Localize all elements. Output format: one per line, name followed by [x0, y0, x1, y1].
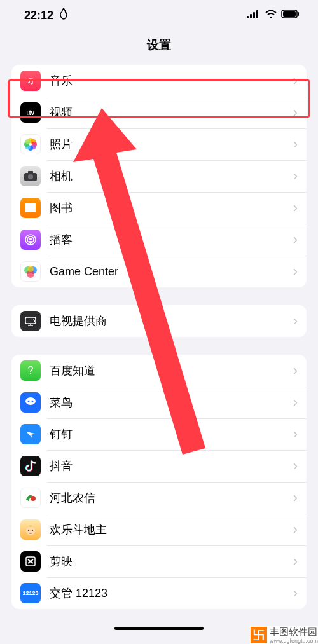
row-label: 河北农信 [50, 490, 293, 505]
svg-rect-5 [283, 11, 296, 17]
music-icon: ♫ [20, 71, 41, 91]
svg-point-24 [27, 266, 34, 272]
row-label: 抖音 [50, 458, 293, 474]
chevron-right-icon: › [293, 231, 298, 248]
row-label: 菜鸟 [50, 395, 293, 410]
baiduzhidao-icon: ? [20, 360, 41, 381]
signal-icon [247, 10, 261, 21]
photos-icon [20, 134, 41, 154]
row-label: 播客 [50, 232, 293, 247]
row-label: 照片 [50, 137, 293, 152]
chevron-right-icon: › [293, 426, 298, 442]
svg-point-32 [32, 530, 33, 531]
podcasts-icon [20, 230, 41, 250]
row-label: 电视提供商 [50, 313, 293, 329]
watermark-name: 丰图软件园 [270, 626, 317, 637]
chevron-right-icon: › [293, 362, 298, 379]
status-right [247, 10, 300, 21]
settings-row-podcasts[interactable]: 播客 › [11, 224, 307, 256]
row-label: 音乐 [50, 73, 293, 88]
row-label: 相机 [50, 168, 293, 184]
svg-rect-2 [253, 12, 255, 18]
settings-section-tvprovider: 电视提供商 › [11, 305, 307, 337]
svg-point-14 [25, 139, 31, 144]
row-label: 视频 [50, 105, 293, 120]
settings-row-gamecenter[interactable]: Game Center › [11, 256, 307, 287]
settings-row-douyin[interactable]: 抖音 › [11, 450, 307, 482]
svg-rect-0 [247, 16, 249, 18]
watermark-logo: 卐 [251, 627, 267, 643]
chevron-right-icon: › [293, 394, 298, 411]
status-time: 22:12 [24, 9, 53, 22]
settings-row-camera[interactable]: 相机 › [11, 160, 307, 192]
hebeinongxin-icon [20, 488, 41, 508]
settings-row-baiduzhidao[interactable]: ? 百度知道 › [11, 355, 307, 387]
svg-point-27 [28, 401, 30, 402]
gamecenter-icon [20, 261, 41, 282]
chevron-right-icon: › [293, 585, 298, 601]
settings-row-dingding[interactable]: 钉钉 › [11, 418, 307, 450]
row-label: 剪映 [50, 554, 293, 569]
wifi-icon [265, 10, 277, 21]
status-left: 22:12 [24, 8, 69, 23]
watermark-url: www.dgfengtu.com [270, 638, 318, 644]
settings-row-tvprovider[interactable]: 电视提供商 › [11, 305, 307, 337]
huanledoudizhu-icon [20, 519, 41, 540]
battery-icon [281, 10, 300, 21]
settings-row-music[interactable]: ♫ 音乐 › [11, 65, 307, 97]
home-indicator[interactable] [114, 627, 204, 630]
svg-point-30 [26, 526, 35, 535]
chevron-right-icon: › [293, 458, 298, 474]
row-label: 交管 12123 [50, 586, 293, 601]
svg-rect-1 [250, 14, 252, 18]
settings-row-photos[interactable]: 照片 › [11, 128, 307, 160]
settings-row-video[interactable]: tv 视频 › [11, 97, 307, 128]
chevron-right-icon: › [293, 200, 298, 216]
settings-row-jianying[interactable]: 剪映 › [11, 545, 307, 577]
chevron-right-icon: › [293, 136, 298, 153]
svg-rect-16 [28, 171, 33, 174]
settings-row-hebeinongxin[interactable]: 河北农信 › [11, 482, 307, 514]
row-label: 百度知道 [50, 363, 293, 378]
svg-rect-3 [256, 10, 258, 18]
svg-point-17 [28, 174, 33, 179]
settings-row-huanledoudizhu[interactable]: 欢乐斗地主 › [11, 514, 307, 545]
svg-point-31 [28, 530, 29, 531]
chevron-right-icon: › [293, 553, 298, 570]
settings-row-books[interactable]: 图书 › [11, 192, 307, 224]
settings-row-jiaoguan12123[interactable]: 12123 交管 12123 › [11, 577, 307, 609]
dingding-icon [20, 424, 41, 444]
camera-icon [20, 166, 41, 186]
svg-point-29 [31, 496, 36, 501]
svg-point-28 [32, 401, 34, 402]
chevron-right-icon: › [293, 490, 298, 506]
jianying-icon [20, 551, 41, 572]
books-icon [20, 198, 41, 218]
row-label: 钉钉 [50, 427, 293, 442]
settings-row-cainiao[interactable]: 菜鸟 › [11, 387, 307, 418]
status-bar: 22:12 [0, 0, 318, 31]
settings-section-thirdparty: ? 百度知道 › 菜鸟 › 钉钉 › 抖音 › 河北农信 › 欢乐斗地主 [11, 355, 307, 609]
tv-provider-icon [20, 311, 41, 331]
tv-icon: tv [20, 102, 41, 123]
douyin-icon [20, 456, 41, 476]
page-title: 设置 [0, 31, 318, 65]
cainiao-icon [20, 392, 41, 413]
row-label: Game Center [50, 265, 293, 278]
chevron-right-icon: › [293, 521, 298, 538]
jiaoguan12123-icon: 12123 [20, 583, 41, 603]
row-label: 欢乐斗地主 [50, 522, 293, 537]
watermark: 卐 丰图软件园 www.dgfengtu.com [251, 626, 318, 644]
chevron-right-icon: › [293, 263, 298, 280]
settings-section-apple: ♫ 音乐 › tv 视频 › 照片 › 相机 › 图书 › 播客 › [11, 65, 307, 287]
svg-point-20 [29, 238, 32, 240]
flame-icon [59, 8, 69, 23]
svg-point-26 [25, 397, 36, 405]
svg-rect-6 [298, 12, 299, 16]
chevron-right-icon: › [293, 72, 298, 89]
chevron-right-icon: › [293, 168, 298, 184]
row-label: 图书 [50, 200, 293, 216]
chevron-right-icon: › [293, 104, 298, 121]
chevron-right-icon: › [293, 313, 298, 329]
